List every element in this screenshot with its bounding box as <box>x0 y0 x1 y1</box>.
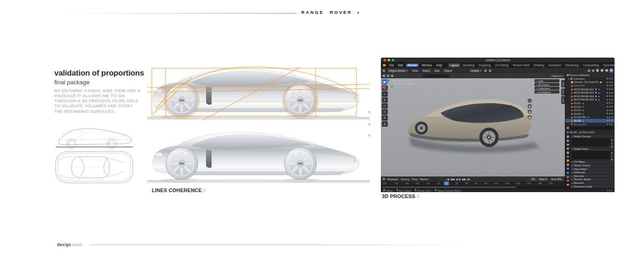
filter-icon[interactable] <box>567 127 569 129</box>
outliner-item-bodybase-001[interactable]: BODYBASE.001 <box>565 88 615 91</box>
visibility-icons[interactable] <box>607 110 613 111</box>
visibility-icons[interactable] <box>607 78 613 79</box>
mode-dropdown[interactable]: Object Mode▾ <box>387 69 408 72</box>
visibility-icons[interactable] <box>607 85 613 86</box>
scrollbar-thumb[interactable] <box>382 187 516 188</box>
panel-attributes[interactable]: ▸Attributes <box>570 170 615 174</box>
editor-type-icon[interactable] <box>383 70 385 72</box>
keying-menu[interactable]: Keying <box>401 178 409 181</box>
outliner-item-empty-001[interactable]: Empty.001 <box>565 123 615 126</box>
snap-magnet-icon[interactable] <box>484 70 487 72</box>
object-data-properties-icon[interactable] <box>566 175 570 178</box>
outliner-root[interactable]: Scene Collection <box>565 73 615 77</box>
menu-select[interactable]: Select <box>421 69 431 72</box>
outliner-item-dlo2[interactable]: DLO2 <box>565 105 615 109</box>
playback-menu[interactable]: Playback <box>387 178 398 181</box>
prev-keyframe-button[interactable]: ◀◀ <box>450 178 454 181</box>
visibility-icons[interactable] <box>607 106 613 107</box>
visibility-icons[interactable] <box>607 123 613 125</box>
scene-properties-icon[interactable] <box>566 151 570 154</box>
npanel-tab-tool[interactable]: Tool <box>561 88 565 95</box>
visibility-icons[interactable] <box>607 95 613 97</box>
pan-view-icon[interactable]: ❖ <box>528 104 532 108</box>
npanel-tab-view[interactable]: View <box>561 96 565 104</box>
outliner-item-bodybase-005[interactable]: BODYBASE.005 <box>565 98 615 102</box>
tab-shading[interactable]: Shading <box>532 63 546 67</box>
tab-modeling[interactable]: Modeling <box>461 63 477 67</box>
measure-tool[interactable]: ∠ <box>382 121 388 127</box>
add-item-button[interactable]: + <box>610 139 613 141</box>
timeline-view-menu[interactable]: View <box>412 178 418 181</box>
shading-solid-icon[interactable] <box>601 69 604 72</box>
play-reverse-button[interactable]: ◀ <box>455 178 457 181</box>
outliner-item-dlo5-001[interactable]: DLO5.001 <box>565 116 615 119</box>
timeline-ruler[interactable]: -120-100 -80-60 -40-20 020 4060 80100 12… <box>381 182 565 186</box>
outliner-item-bodybase-003[interactable]: BODYBASE.003 <box>565 91 615 94</box>
panel-remesh[interactable]: ▸Remesh <box>570 181 615 185</box>
particles-properties-icon[interactable] <box>566 167 570 170</box>
visibility-icons[interactable] <box>607 102 613 104</box>
playhead[interactable]: 0 <box>444 182 449 185</box>
blender-logo-icon[interactable] <box>383 64 386 66</box>
remove-item-button[interactable]: − <box>610 155 613 158</box>
overlays-toggle-icon[interactable] <box>592 70 594 72</box>
outliner-collection[interactable]: ▾ Collection <box>565 77 615 81</box>
shading-wireframe-icon[interactable] <box>596 69 599 72</box>
tab-texture-paint[interactable]: Texture Paint <box>511 63 531 67</box>
npanel-view[interactable]: ▸View <box>535 79 559 82</box>
viewport-search-input[interactable]: ⌕ <box>423 74 449 77</box>
visibility-icons[interactable] <box>607 82 613 83</box>
menu-add[interactable]: Add <box>433 69 440 72</box>
camera-view-icon[interactable]: ◉ <box>528 110 532 114</box>
current-frame-field[interactable]: 0 <box>530 178 536 181</box>
panel-normals[interactable]: ▸Normals <box>570 174 615 178</box>
orientation-dropdown[interactable]: Global▾ <box>469 69 483 72</box>
rotate-tool[interactable]: ↻ <box>382 97 388 103</box>
play-button[interactable]: ▶ <box>459 178 461 181</box>
viewport-canvas[interactable]: User Perspective (1) Collection | DLO6 S… <box>381 78 565 176</box>
shape-keys-list[interactable]: +−▾ <box>572 151 613 159</box>
physics-properties-icon[interactable] <box>566 171 570 175</box>
proportional-edit-icon[interactable] <box>489 70 491 72</box>
outliner-item-bodybase-004[interactable]: BODYBASE.004 <box>565 94 615 98</box>
tool-properties-icon[interactable] <box>566 135 570 138</box>
tab-compositing[interactable]: Compositing <box>581 63 601 67</box>
texture-properties-icon[interactable] <box>566 183 570 187</box>
panel-geometry-data[interactable]: ▸Geometry Data <box>570 184 615 188</box>
visibility-icons[interactable] <box>607 88 613 90</box>
menu-help[interactable]: Help <box>435 64 443 67</box>
zoom-view-icon[interactable]: + <box>528 99 532 103</box>
tab-uv-editing[interactable]: UV Editing <box>493 63 510 67</box>
output-properties-icon[interactable] <box>566 143 570 147</box>
visibility-icons[interactable] <box>607 117 613 118</box>
jump-start-button[interactable]: |◀ <box>446 178 449 181</box>
options-dropdown[interactable]: Options▾ <box>552 75 563 77</box>
add-item-button[interactable]: + <box>610 152 613 154</box>
npanel-3d-cursor[interactable]: ▸3D Cursor <box>535 83 559 86</box>
marker-menu[interactable]: Marker <box>420 178 429 181</box>
timeline-scrollbar[interactable] <box>381 186 565 188</box>
tab-rendering[interactable]: Rendering <box>564 63 581 67</box>
outliner-item-dlo1[interactable]: DLO1 <box>565 101 615 105</box>
shading-material-icon[interactable] <box>605 69 608 72</box>
tool-extra-icon[interactable] <box>391 75 393 77</box>
annotate-tool[interactable]: ✎ <box>382 115 388 121</box>
npanel-tab-item[interactable]: Item <box>561 80 565 88</box>
modifier-properties-icon[interactable] <box>566 163 570 166</box>
world-properties-icon[interactable] <box>566 155 570 158</box>
tab-layout[interactable]: Layout <box>448 63 460 67</box>
specials-menu-button[interactable]: ▾ <box>610 158 613 161</box>
breadcrumb-data-name[interactable]: Plane.010 <box>582 131 594 134</box>
outliner-item-dlo6-selected[interactable]: DLO6 <box>565 119 615 123</box>
menu-edit[interactable]: Edit <box>397 64 404 67</box>
visibility-icons[interactable] <box>607 92 613 94</box>
menu-object[interactable]: Object <box>443 69 453 72</box>
active-tool-icon[interactable] <box>383 75 385 77</box>
outliner-item-backup[interactable]: BACKUP <box>565 84 615 88</box>
npanel-collections[interactable]: ▸Collections <box>535 87 559 90</box>
window-titlebar[interactable]: untitled (10).blend <box>381 58 615 62</box>
panel-vertex-groups[interactable]: ▾Vertex Groups <box>570 134 615 138</box>
tab-animation[interactable]: Animation <box>546 63 563 67</box>
menu-file[interactable]: File <box>388 64 395 67</box>
object-properties-icon[interactable] <box>566 159 570 162</box>
